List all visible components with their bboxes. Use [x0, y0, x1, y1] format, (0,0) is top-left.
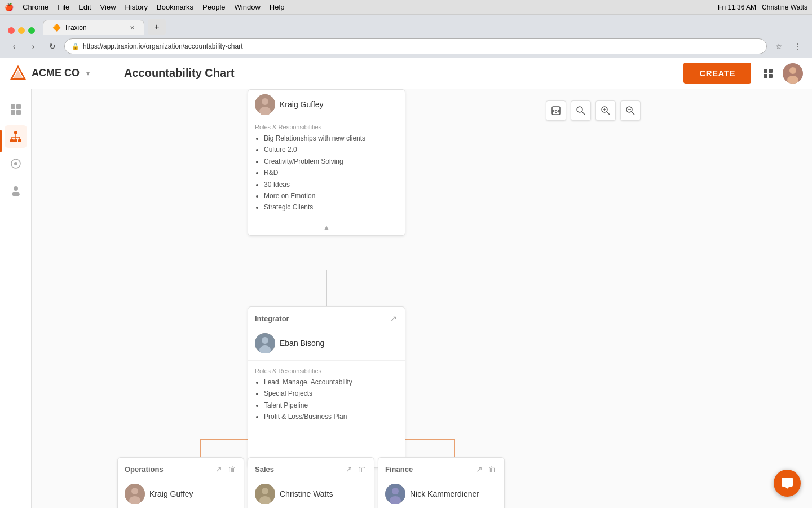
sidebar-item-orgchart[interactable]: [5, 125, 27, 148]
app-name[interactable]: Chrome: [23, 3, 48, 11]
resp-item: Culture 2.0: [264, 144, 398, 155]
address-bar[interactable]: 🔒 https://app.traxion.io/organization/ac…: [64, 38, 767, 54]
menu-help[interactable]: Help: [270, 3, 285, 11]
operations-person-name: Kraig Guffey: [149, 489, 193, 498]
svg-rect-4: [764, 74, 767, 78]
menu-bookmarks[interactable]: Bookmarks: [157, 3, 193, 11]
svg-point-36: [262, 337, 268, 344]
svg-rect-13: [14, 131, 17, 134]
zoom-out-button[interactable]: [620, 100, 641, 121]
svg-point-49: [577, 107, 582, 112]
company-chevron[interactable]: ▾: [86, 69, 90, 77]
back-button[interactable]: ‹: [7, 39, 21, 54]
svg-line-50: [582, 112, 585, 115]
forward-button[interactable]: ›: [26, 39, 41, 54]
menu-history[interactable]: History: [125, 3, 148, 11]
chat-widget[interactable]: [774, 470, 801, 497]
svg-point-39: [131, 488, 138, 494]
sales-avatar: [255, 484, 275, 504]
integrator-roles-title: Roles & Responsibilities: [248, 363, 405, 376]
integrator-role-title: Integrator: [255, 314, 289, 323]
grid-view-button[interactable]: [758, 63, 778, 84]
visionary-roles-title: Roles & Responsibilities: [248, 119, 405, 133]
finance-external-link[interactable]: ↗: [475, 463, 484, 475]
sales-person-name: Christine Watts: [280, 489, 333, 498]
svg-rect-2: [764, 69, 767, 73]
sales-actions: ↗ 🗑: [345, 463, 367, 475]
tab-close-button[interactable]: ✕: [130, 24, 135, 32]
visionary-person-row: Kraig Guffey: [248, 90, 405, 119]
finance-header: Finance ↗ 🗑: [378, 458, 504, 479]
sales-header: Sales ↗ 🗑: [248, 458, 374, 479]
resp-item: Strategic Clients: [264, 202, 398, 213]
zoom-in-button[interactable]: [595, 100, 616, 121]
sales-node: Sales ↗ 🗑 Christine Watts Roles & Respon: [248, 457, 374, 508]
menu-view[interactable]: View: [100, 3, 116, 11]
resp-item: 30 Ideas: [264, 179, 398, 190]
menu-window[interactable]: Window: [235, 3, 261, 11]
finance-actions: ↗ 🗑: [475, 463, 497, 475]
svg-line-52: [607, 112, 610, 115]
resp-item: Big Relationships with new clients: [264, 133, 398, 144]
url-text: https://app.traxion.io/organization/acco…: [83, 42, 243, 50]
sales-person-row: Christine Watts: [248, 479, 374, 508]
integrator-person-row: Eban Bisong: [248, 329, 405, 358]
operations-header: Operations ↗ 🗑: [118, 458, 244, 479]
operations-actions: ↗ 🗑: [214, 463, 237, 475]
visionary-node: Kraig Guffey Roles & Responsibilities Bi…: [248, 89, 405, 236]
operations-delete[interactable]: 🗑: [227, 463, 237, 475]
resp-item: Special Projects: [264, 388, 398, 399]
bookmark-button[interactable]: ☆: [771, 39, 786, 54]
integrator-node: Integrator ↗ Eban Bisong Roles & Respons…: [248, 306, 405, 468]
more-button[interactable]: ⋮: [791, 39, 805, 54]
integrator-avatar: [255, 333, 275, 353]
svg-point-7: [789, 67, 796, 74]
svg-rect-16: [18, 139, 21, 142]
operations-node: Operations ↗ 🗑 Kraig Guffey Roles & Resp: [117, 457, 244, 508]
integrator-external-link[interactable]: ↗: [389, 313, 398, 324]
create-button[interactable]: CREATE: [683, 63, 751, 84]
svg-point-33: [262, 98, 268, 105]
main-content: Kraig Guffey Roles & Responsibilities Bi…: [32, 89, 812, 508]
resp-item: Profit & Loss/Business Plan: [264, 411, 398, 422]
app-header: ACME CO ▾ Accountability Chart CREATE: [0, 58, 812, 89]
resp-item: More on Emotion: [264, 190, 398, 202]
visionary-avatar: [255, 94, 275, 115]
collapse-icon: ▲: [323, 224, 330, 231]
menu-file[interactable]: File: [58, 3, 69, 11]
company-name[interactable]: ACME CO: [32, 67, 80, 79]
svg-rect-15: [14, 139, 17, 142]
sales-external-link[interactable]: ↗: [345, 463, 354, 475]
user-avatar[interactable]: [783, 63, 803, 84]
visionary-collapse-btn[interactable]: ▲: [248, 218, 405, 235]
integrator-responsibilities: Lead, Manage, Accountability Special Pro…: [248, 376, 405, 427]
pdf-export-button[interactable]: PDF: [546, 100, 566, 121]
svg-rect-12: [16, 110, 21, 115]
active-tab[interactable]: 🔶 Traxion ✕: [43, 20, 144, 35]
sidebar: [0, 89, 32, 508]
chart-area: Kraig Guffey Roles & Responsibilities Bi…: [32, 89, 652, 508]
sales-role-title: Sales: [255, 465, 274, 474]
sidebar-item-dashboard[interactable]: [5, 98, 27, 121]
svg-rect-14: [10, 139, 14, 142]
visionary-responsibilities: Big Relationships with new clients Cultu…: [248, 133, 405, 218]
system-time: Fri 11:36 AM: [718, 3, 756, 11]
sidebar-item-integrations[interactable]: [5, 152, 27, 175]
svg-point-23: [14, 162, 17, 165]
finance-delete[interactable]: 🗑: [487, 463, 497, 475]
search-zoom-button[interactable]: [571, 100, 591, 121]
mac-menubar: 🍎 Chrome File Edit View History Bookmark…: [0, 0, 812, 15]
logo-area: ACME CO ▾: [9, 64, 111, 82]
integrator-header: Integrator ↗: [248, 307, 405, 329]
menu-edit[interactable]: Edit: [78, 3, 91, 11]
refresh-button[interactable]: ↻: [45, 39, 60, 54]
menu-people[interactable]: People: [202, 3, 225, 11]
finance-role-title: Finance: [385, 465, 413, 474]
apple-menu[interactable]: 🍎: [5, 3, 14, 11]
finance-person-name: Nick Kammerdiener: [410, 489, 479, 498]
sales-delete[interactable]: 🗑: [357, 463, 367, 475]
operations-external-link[interactable]: ↗: [214, 463, 223, 475]
visionary-name: Kraig Guffey: [280, 100, 324, 109]
sidebar-item-people[interactable]: [5, 179, 27, 202]
svg-rect-11: [11, 110, 15, 115]
